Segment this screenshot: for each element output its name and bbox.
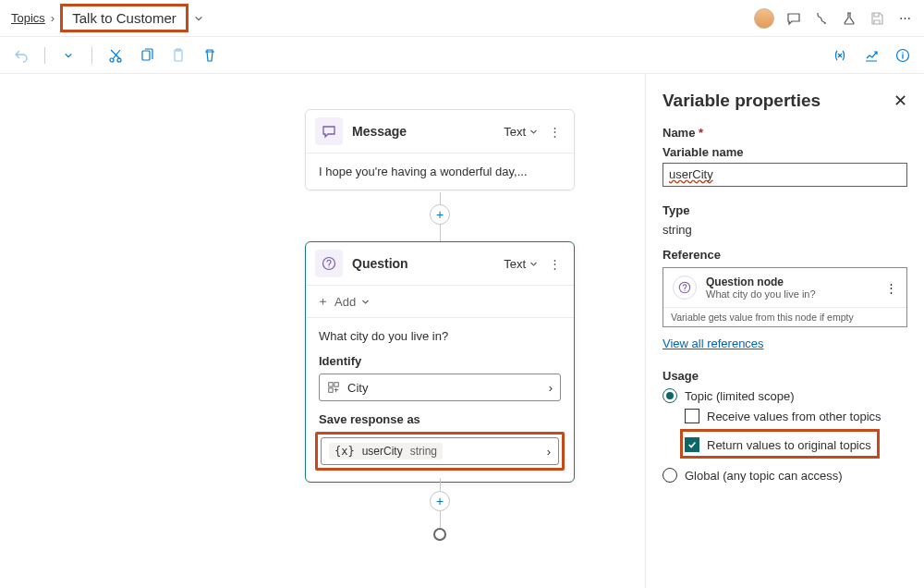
analytics-icon[interactable] [863,47,880,64]
view-all-references-link[interactable]: View all references [663,337,764,350]
message-node-header: Message Text ⋮ [306,110,574,153]
breadcrumb-root[interactable]: Topics [11,11,45,25]
connector [440,511,441,528]
radio-icon [663,388,677,403]
reference-box: Question node What city do you live in? … [663,267,907,327]
checkbox-icon [685,409,699,423]
checker-icon[interactable] [813,10,830,27]
save-response-highlight: {x} userCity string › [315,432,565,471]
question-node[interactable]: Question Text ⋮ ＋ Add What city do you l… [305,241,575,483]
usage-receive-checkbox[interactable]: Receive values from other topics [685,409,907,423]
svg-rect-2 [142,51,150,60]
variable-name: userCity [362,445,403,458]
reference-more-icon[interactable]: ⋮ [885,281,897,295]
end-node-icon[interactable] [433,528,446,541]
question-node-more-icon[interactable]: ⋮ [545,257,565,271]
name-label: Name * [663,126,907,140]
breadcrumb: Topics › Talk to Customer [11,4,754,32]
breadcrumb-current[interactable]: Talk to Customer [72,10,176,26]
cut-icon[interactable] [107,47,124,64]
type-value: string [663,223,907,237]
reference-note: Variable gets value from this node if em… [663,307,906,326]
canvas[interactable]: Message Text ⋮ I hope you're having a wo… [0,74,645,588]
save-response-picker[interactable]: {x} userCity string › [321,437,559,465]
question-prompt[interactable]: What city do you live in? [319,329,561,343]
variable-icon[interactable] [832,47,848,64]
breadcrumb-current-highlight: Talk to Customer [60,4,188,32]
save-icon[interactable] [869,10,885,27]
message-icon [315,117,343,145]
close-icon[interactable]: ✕ [894,91,907,111]
question-node-title: Question [352,256,504,271]
reference-subtitle: What city do you live in? [706,288,876,300]
breadcrumb-chevron-icon[interactable] [194,14,203,23]
svg-rect-7 [329,383,333,386]
usage-label: Usage [663,369,907,383]
variable-chip: {x} userCity string [329,443,443,459]
properties-panel: Variable properties ✕ Name * Variable na… [645,74,924,588]
flask-icon[interactable] [841,10,857,27]
svg-point-0 [110,58,114,62]
identify-value: City [347,381,368,395]
paste-icon[interactable] [170,47,187,64]
save-response-label: Save response as [319,412,561,426]
svg-rect-3 [175,50,182,61]
info-icon[interactable] [894,47,911,64]
message-body[interactable]: I hope you're having a wonderful day,... [306,153,574,190]
question-add-button[interactable]: ＋ Add [306,286,574,318]
message-node-title: Message [352,124,504,139]
name-sublabel: Variable name [663,145,907,159]
header-actions: ⋯ [754,8,913,29]
entity-icon [327,381,340,394]
svg-rect-8 [334,383,338,386]
usage-global-radio[interactable]: Global (any topic can access) [663,468,907,483]
variable-type: string [410,445,437,458]
usage-topic-radio[interactable]: Topic (limited scope) [663,388,907,403]
main: Message Text ⋮ I hope you're having a wo… [0,74,924,588]
usage-return-highlight: Return values to original topics [680,429,880,459]
svg-rect-9 [329,388,333,392]
copy-icon[interactable] [139,47,155,64]
message-type-dropdown[interactable]: Text [504,125,538,139]
question-body: What city do you live in? Identify City … [306,318,574,482]
toolbar-divider [44,47,45,64]
identify-picker[interactable]: City › [319,374,561,401]
delete-icon[interactable] [201,47,218,64]
chevron-right-icon: › [547,445,551,459]
add-node-button[interactable]: + [430,204,450,225]
more-icon[interactable]: ⋯ [896,10,913,27]
app-header: Topics › Talk to Customer ⋯ [0,0,924,37]
radio-icon [663,468,677,483]
toolbar [0,37,924,74]
message-node-more-icon[interactable]: ⋮ [545,125,565,139]
reference-title: Question node [706,276,876,288]
svg-point-1 [117,58,121,62]
identify-label: Identify [319,354,561,368]
undo-icon[interactable] [13,47,30,64]
reference-question-icon [673,276,697,300]
toolbar-divider [91,47,92,64]
chevron-down-icon[interactable] [60,47,77,64]
connector [440,225,441,241]
reference-label: Reference [663,248,907,262]
message-node[interactable]: Message Text ⋮ I hope you're having a wo… [305,109,575,190]
avatar[interactable] [754,8,774,29]
panel-title: Variable properties [663,91,821,111]
name-input[interactable]: userCity [663,163,907,187]
question-icon [315,250,343,277]
breadcrumb-separator: › [51,11,55,25]
comment-icon[interactable] [785,10,802,27]
chevron-right-icon: › [549,381,553,395]
question-type-dropdown[interactable]: Text [504,257,538,271]
question-node-header: Question Text ⋮ [306,242,574,286]
type-label: Type [663,203,907,217]
usage-return-checkbox[interactable]: Return values to original topics [685,437,871,452]
add-node-button[interactable]: + [430,491,450,511]
checkbox-icon [685,437,699,452]
